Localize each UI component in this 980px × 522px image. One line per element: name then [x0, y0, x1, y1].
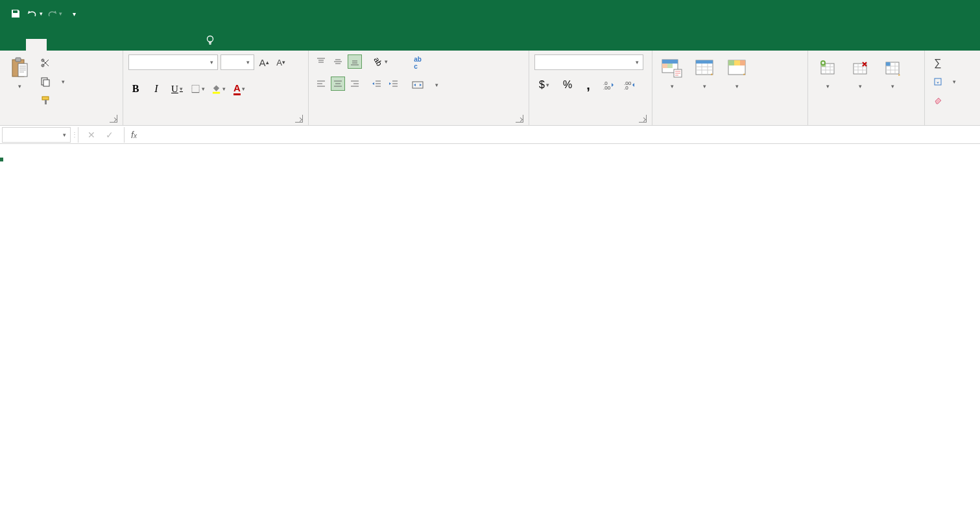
ribbon-tabs — [0, 27, 980, 51]
format-table-icon — [693, 56, 716, 80]
selection-rectangle — [0, 158, 3, 161]
wrap-text-icon: abc — [412, 57, 424, 69]
svg-rect-27 — [740, 60, 745, 65]
align-center-button[interactable] — [331, 77, 345, 91]
cut-button[interactable] — [38, 54, 67, 71]
align-bottom-button[interactable] — [348, 54, 362, 69]
svg-rect-33 — [886, 62, 890, 66]
font-color-button[interactable]: A▾ — [232, 82, 246, 96]
increase-font-icon[interactable]: A▴ — [257, 55, 271, 69]
number-launcher-icon[interactable] — [639, 115, 647, 123]
clipboard-launcher-icon[interactable] — [110, 115, 117, 123]
bold-button[interactable]: B — [128, 82, 143, 96]
merge-center-button[interactable]: ▾ — [410, 77, 440, 93]
decrease-font-icon[interactable]: A▾ — [274, 55, 288, 69]
fill-button[interactable]: ▾ — [930, 73, 958, 90]
paste-button[interactable]: ▾ — [5, 54, 34, 91]
cell-styles-button[interactable]: ▾ — [723, 54, 751, 91]
svg-rect-7 — [43, 80, 49, 86]
increase-decimal-button[interactable]: .0.00 — [602, 78, 616, 92]
svg-rect-11 — [213, 92, 220, 94]
percent-format-button[interactable]: % — [560, 78, 575, 92]
font-size-combo[interactable]: ▾ — [221, 54, 254, 70]
fill-color-button[interactable]: ▾ — [211, 82, 226, 96]
svg-rect-23 — [696, 60, 713, 64]
tab-data[interactable] — [109, 39, 130, 51]
fx-icon[interactable]: fx — [125, 130, 143, 140]
svg-point-0 — [208, 36, 213, 42]
group-clipboard: ▾ ▾ — [0, 51, 123, 125]
increase-indent-button[interactable] — [387, 77, 401, 91]
tab-file[interactable] — [5, 39, 26, 51]
format-cells-icon — [881, 56, 904, 80]
undo-button[interactable]: ▾ — [27, 6, 43, 21]
lightbulb-icon — [205, 34, 215, 45]
align-top-button[interactable] — [314, 54, 328, 69]
wrap-text-button[interactable]: abc — [410, 54, 440, 71]
sigma-icon: ∑ — [932, 57, 944, 69]
delete-cells-button[interactable]: ▾ — [846, 54, 874, 91]
insert-cells-icon — [816, 56, 839, 80]
font-name-combo[interactable]: ▾ — [128, 54, 218, 70]
tab-view[interactable] — [150, 39, 171, 51]
svg-rect-34 — [935, 78, 941, 85]
spreadsheet-grid[interactable] — [0, 144, 980, 522]
group-number: ▾ $▾ % , .0.00 .00.0 — [529, 51, 652, 125]
svg-rect-8 — [42, 97, 49, 100]
font-launcher-icon[interactable] — [295, 115, 303, 123]
enter-formula-button[interactable]: ✓ — [106, 130, 115, 140]
insert-cells-button[interactable]: ▾ — [813, 54, 842, 91]
align-right-button[interactable] — [348, 77, 362, 91]
border-button[interactable]: ▾ — [191, 82, 205, 96]
underline-button[interactable]: U▾ — [170, 82, 184, 96]
redo-button[interactable]: ▾ — [47, 6, 62, 21]
svg-rect-20 — [667, 64, 673, 68]
conditional-formatting-button[interactable]: ▾ — [658, 54, 686, 91]
svg-text:.00: .00 — [603, 85, 611, 89]
name-box[interactable]: ▾ — [2, 127, 71, 143]
paintbrush-icon — [40, 95, 51, 106]
tab-insert[interactable] — [47, 39, 67, 51]
quick-access-toolbar: ▾ ▾ ▾ — [0, 6, 82, 21]
ribbon: ▾ ▾ ▾ ▾ A▴ A▾ B I U▾ ▾ ▾ A▾ — [0, 51, 980, 126]
tell-me[interactable] — [205, 29, 221, 51]
tab-formulas[interactable] — [88, 39, 109, 51]
qat-customize-icon[interactable]: ▾ — [66, 6, 82, 21]
number-format-combo[interactable]: ▾ — [534, 54, 643, 70]
format-as-table-button[interactable]: ▾ — [690, 54, 719, 91]
comma-format-button[interactable]: , — [581, 78, 595, 92]
decrease-indent-button[interactable] — [370, 77, 384, 91]
accounting-format-button[interactable]: $▾ — [534, 78, 554, 92]
format-painter-button[interactable] — [38, 92, 67, 109]
save-icon[interactable] — [8, 6, 23, 21]
svg-rect-9 — [45, 100, 47, 104]
tab-review[interactable] — [130, 39, 150, 51]
alignment-launcher-icon[interactable] — [516, 115, 523, 123]
paste-icon — [8, 56, 31, 80]
group-cells: ▾ ▾ ▾ — [808, 51, 925, 125]
orientation-button[interactable]: ab▾ — [370, 54, 392, 69]
group-editing: ∑ ▾ — [925, 51, 980, 125]
scissors-icon — [40, 57, 51, 69]
autosum-button[interactable]: ∑ — [930, 54, 950, 71]
svg-rect-2 — [16, 58, 21, 62]
conditional-formatting-icon — [660, 56, 684, 80]
decrease-decimal-button[interactable]: .00.0 — [623, 78, 637, 92]
align-middle-button[interactable] — [331, 54, 345, 69]
group-styles: ▾ ▾ ▾ — [652, 51, 808, 125]
title-bar: ▾ ▾ ▾ — [0, 0, 980, 27]
italic-button[interactable]: I — [149, 82, 163, 96]
eraser-icon — [932, 95, 944, 106]
format-cells-button[interactable]: ▾ — [878, 54, 907, 91]
tab-page-layout[interactable] — [67, 39, 88, 51]
clear-button[interactable] — [930, 92, 950, 109]
cancel-formula-button[interactable]: ✕ — [88, 130, 97, 140]
tab-help[interactable] — [171, 39, 192, 51]
align-left-button[interactable] — [314, 77, 328, 91]
fill-down-icon — [932, 76, 944, 88]
copy-icon — [40, 76, 51, 88]
merge-icon — [412, 79, 424, 91]
tab-home[interactable] — [26, 39, 47, 51]
copy-button[interactable]: ▾ — [38, 73, 67, 90]
svg-rect-19 — [662, 64, 667, 68]
